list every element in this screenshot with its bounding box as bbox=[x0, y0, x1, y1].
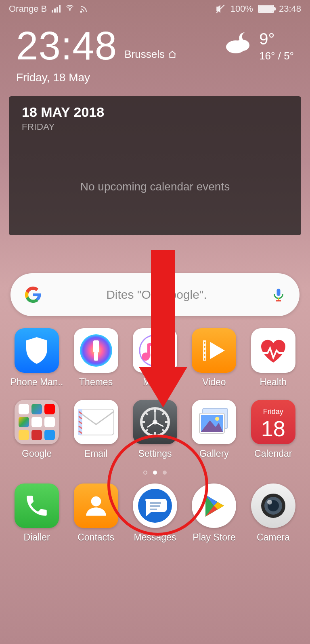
person-icon bbox=[74, 484, 118, 528]
cast-icon bbox=[79, 4, 89, 14]
app-messages[interactable]: Messages bbox=[126, 484, 184, 543]
battery-icon bbox=[258, 5, 274, 13]
app-label: Contacts bbox=[78, 532, 114, 543]
camera-icon bbox=[251, 484, 295, 528]
svg-point-4 bbox=[235, 40, 249, 51]
google-logo-icon bbox=[24, 286, 42, 304]
carrier-label: Orange B bbox=[9, 4, 47, 14]
play-store-icon bbox=[192, 484, 236, 528]
svg-rect-10 bbox=[94, 353, 98, 361]
search-placeholder: Dites "Ok Google". bbox=[49, 288, 264, 302]
app-label: Google bbox=[22, 448, 52, 459]
app-calendar[interactable]: Friday 18 Calendar bbox=[244, 400, 303, 459]
weather-block[interactable]: 9° 16° / 5° bbox=[224, 26, 294, 62]
app-camera[interactable]: Camera bbox=[244, 484, 303, 543]
phone-icon bbox=[15, 484, 59, 528]
app-label: Music bbox=[143, 377, 167, 388]
svg-line-31 bbox=[162, 429, 165, 432]
weather-range: 16° / 5° bbox=[259, 50, 294, 62]
page-indicator[interactable] bbox=[0, 471, 310, 475]
folder-icon bbox=[15, 400, 59, 444]
app-folder-google[interactable]: Google bbox=[7, 400, 66, 459]
svg-point-15 bbox=[204, 350, 205, 352]
page-dot-home[interactable] bbox=[143, 471, 147, 475]
mic-icon[interactable] bbox=[271, 287, 286, 302]
calendar-widget-body: No upcoming calendar events bbox=[9, 138, 301, 235]
app-music[interactable]: Music bbox=[126, 328, 184, 388]
app-label: Gallery bbox=[199, 448, 229, 459]
google-search-bar[interactable]: Dites "Ok Google". bbox=[10, 273, 300, 316]
svg-point-1 bbox=[81, 11, 82, 13]
app-dialler[interactable]: Dialler bbox=[7, 484, 66, 543]
app-label: Camera bbox=[257, 532, 290, 543]
svg-line-33 bbox=[145, 429, 148, 432]
app-label: Email bbox=[84, 448, 108, 459]
app-health[interactable]: Health bbox=[244, 328, 303, 388]
wifi-icon bbox=[65, 3, 74, 15]
svg-point-16 bbox=[204, 354, 205, 356]
page-dot-current[interactable] bbox=[153, 471, 157, 475]
app-label: Dialler bbox=[24, 532, 50, 543]
dock: Dialler Contacts Messages Play Store Cam… bbox=[0, 475, 310, 543]
svg-line-32 bbox=[162, 412, 165, 415]
heart-pulse-icon bbox=[251, 328, 295, 373]
app-video[interactable]: Video bbox=[184, 328, 243, 388]
svg-point-17 bbox=[204, 358, 205, 360]
svg-point-0 bbox=[69, 9, 70, 10]
calendar-widget-date: 18 MAY 2018 bbox=[22, 104, 288, 120]
clock-time: 23:48 bbox=[16, 26, 117, 65]
clock-city: Brussels bbox=[124, 48, 177, 65]
svg-point-13 bbox=[204, 342, 205, 344]
app-email[interactable]: Email bbox=[66, 400, 125, 459]
svg-line-30 bbox=[145, 412, 148, 415]
svg-point-14 bbox=[204, 346, 205, 348]
app-gallery[interactable]: Gallery bbox=[184, 400, 243, 459]
clock-date: Friday, 18 May bbox=[16, 71, 177, 84]
app-themes[interactable]: Themes bbox=[66, 328, 125, 388]
weather-cloud-moon-icon bbox=[224, 30, 253, 54]
app-label: Health bbox=[260, 377, 287, 388]
app-label: Themes bbox=[79, 377, 113, 388]
svg-point-55 bbox=[267, 500, 272, 505]
app-label: Calendar bbox=[254, 448, 292, 459]
app-phone-manager[interactable]: Phone Man.. bbox=[7, 328, 66, 388]
svg-rect-5 bbox=[277, 289, 281, 296]
svg-line-36 bbox=[155, 422, 163, 427]
calendar-widget-day: FRIDAY bbox=[22, 122, 288, 132]
app-label: Messages bbox=[134, 532, 176, 543]
svg-point-42 bbox=[215, 417, 219, 421]
app-contacts[interactable]: Contacts bbox=[66, 484, 125, 543]
play-icon bbox=[192, 328, 236, 373]
svg-rect-9 bbox=[93, 340, 99, 353]
calendar-icon: Friday 18 bbox=[251, 400, 295, 444]
clock-weather-widget[interactable]: 23:48 Brussels Friday, 18 May 9° 16° / 5… bbox=[0, 16, 310, 87]
shield-icon bbox=[15, 328, 59, 373]
paintbrush-icon bbox=[74, 328, 118, 373]
svg-point-11 bbox=[140, 335, 170, 366]
app-play-store[interactable]: Play Store bbox=[184, 484, 243, 543]
svg-rect-18 bbox=[78, 409, 114, 435]
envelope-icon bbox=[74, 400, 118, 444]
app-label: Play Store bbox=[193, 532, 235, 543]
home-icon bbox=[168, 50, 177, 59]
music-note-icon bbox=[133, 328, 177, 373]
app-settings[interactable]: Settings bbox=[126, 400, 184, 459]
home-app-grid: Phone Man.. Themes Music Video Health bbox=[0, 316, 310, 459]
page-dot[interactable] bbox=[163, 471, 167, 475]
gear-icon bbox=[133, 400, 177, 444]
mute-icon bbox=[215, 4, 226, 14]
status-clock: 23:48 bbox=[279, 4, 301, 14]
chat-icon bbox=[133, 484, 177, 528]
battery-pct: 100% bbox=[230, 4, 253, 14]
signal-icon bbox=[52, 5, 61, 13]
status-bar[interactable]: Orange B 100% 23:48 bbox=[0, 0, 310, 16]
app-label: Video bbox=[202, 377, 226, 388]
photo-icon bbox=[192, 400, 236, 444]
svg-point-43 bbox=[91, 496, 101, 507]
svg-line-37 bbox=[147, 422, 155, 427]
app-label: Settings bbox=[138, 448, 172, 459]
app-label: Phone Man.. bbox=[10, 377, 63, 388]
weather-temp: 9° bbox=[259, 30, 294, 48]
calendar-widget[interactable]: 18 MAY 2018 FRIDAY No upcoming calendar … bbox=[9, 96, 301, 235]
